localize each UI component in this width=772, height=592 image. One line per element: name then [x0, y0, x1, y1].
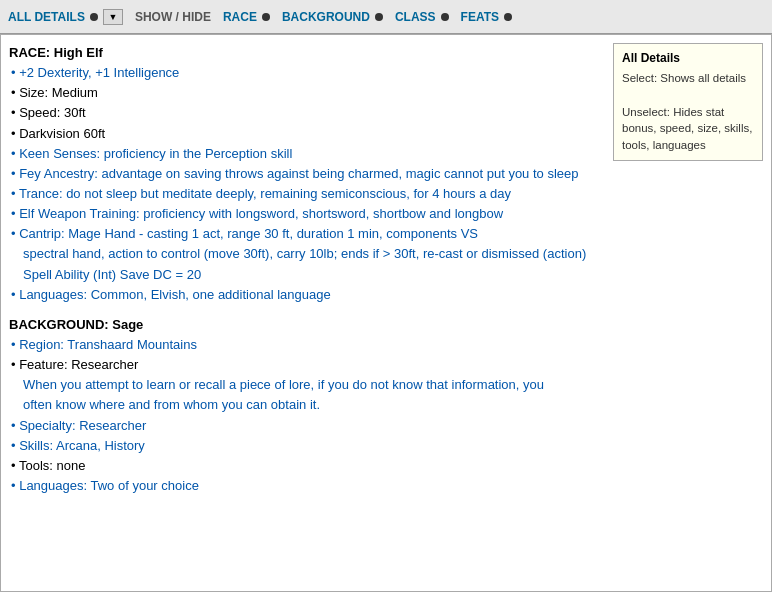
- top-navigation: ALL DETAILS ▼ SHOW / HIDE RACE BACKGROUN…: [0, 0, 772, 34]
- tooltip-title: All Details: [622, 50, 754, 67]
- background-nav[interactable]: BACKGROUND: [282, 10, 383, 24]
- feats-dot: [504, 13, 512, 21]
- race-weapon-training-line: • Elf Weapon Training: proficiency with …: [9, 204, 763, 224]
- race-languages-line: • Languages: Common, Elvish, one additio…: [9, 285, 763, 305]
- background-header: BACKGROUND: Sage: [9, 317, 143, 332]
- race-fey-ancestry-line: • Fey Ancestry: advantage on saving thro…: [9, 164, 763, 184]
- background-section: BACKGROUND: Sage • Region: Transhaard Mo…: [9, 315, 763, 496]
- race-cantrip-line3: Spell Ability (Int) Save DC = 20: [9, 265, 763, 285]
- race-header: RACE: High Elf: [9, 45, 103, 60]
- race-dot: [262, 13, 270, 21]
- background-languages-line: • Languages: Two of your choice: [9, 476, 763, 496]
- background-skills-line: • Skills: Arcana, History: [9, 436, 763, 456]
- race-cantrip-line2: spectral hand, action to control (move 3…: [9, 244, 763, 264]
- all-details-nav[interactable]: ALL DETAILS ▼: [8, 9, 123, 25]
- race-cantrip-line1: • Cantrip: Mage Hand - casting 1 act, ra…: [9, 224, 763, 244]
- background-feature-desc2: often know where and from whom you can o…: [9, 395, 763, 415]
- feats-nav[interactable]: FEATS: [461, 10, 512, 24]
- all-details-label[interactable]: ALL DETAILS: [8, 10, 85, 24]
- background-feature-line: • Feature: Researcher: [9, 355, 763, 375]
- race-trance-line: • Trance: do not sleep but meditate deep…: [9, 184, 763, 204]
- tooltip-box: All Details Select: Shows all details Un…: [613, 43, 763, 161]
- class-dot: [441, 13, 449, 21]
- feats-label[interactable]: FEATS: [461, 10, 499, 24]
- show-hide-label[interactable]: SHOW / HIDE: [135, 10, 211, 24]
- show-hide-nav[interactable]: SHOW / HIDE: [135, 10, 211, 24]
- background-dot: [375, 13, 383, 21]
- class-nav[interactable]: CLASS: [395, 10, 449, 24]
- background-region-line: • Region: Transhaard Mountains: [9, 335, 763, 355]
- background-label[interactable]: BACKGROUND: [282, 10, 370, 24]
- main-content: RACE: High Elf • +2 Dexterity, +1 Intell…: [0, 34, 772, 592]
- class-label[interactable]: CLASS: [395, 10, 436, 24]
- tooltip-unselect-text: Unselect: Hides stat bonus, speed, size,…: [622, 104, 754, 154]
- tooltip-select-text: Select: Shows all details: [622, 70, 754, 87]
- background-specialty-line: • Specialty: Researcher: [9, 416, 763, 436]
- race-label[interactable]: RACE: [223, 10, 257, 24]
- background-feature-desc1: When you attempt to learn or recall a pi…: [9, 375, 763, 395]
- all-details-dot: [90, 13, 98, 21]
- background-tools-line: • Tools: none: [9, 456, 763, 476]
- race-nav[interactable]: RACE: [223, 10, 270, 24]
- dropdown-button[interactable]: ▼: [103, 9, 123, 25]
